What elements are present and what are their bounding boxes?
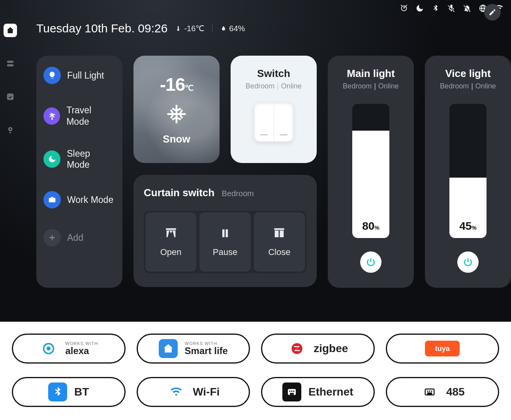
curtain-pause-button[interactable]: Pause	[199, 212, 250, 272]
nav-home[interactable]	[4, 24, 17, 37]
switch-subtitle: Bedroom|Online	[246, 82, 302, 90]
badge-smartlife: Works withSmart life	[137, 334, 250, 364]
zigbee-icon	[287, 339, 306, 358]
curtain-title: Curtain switch	[144, 187, 214, 199]
main-light-card: Main light Bedroom|Online 80%	[328, 56, 414, 288]
header-humidity: 64%	[220, 24, 245, 33]
weather-condition: Snow	[163, 133, 190, 145]
droplet-icon	[220, 24, 227, 32]
brightness-slider[interactable]: 80%	[352, 104, 389, 238]
badge-zigbee: zigbee	[261, 334, 375, 364]
scene-full-light[interactable]: Full Light	[43, 67, 115, 84]
switch-title: Switch	[257, 68, 290, 80]
power-button[interactable]	[457, 251, 479, 273]
header-temperature: -16℃	[175, 24, 204, 33]
switch-left-paddle[interactable]	[254, 102, 274, 142]
scene-label: Full Light	[67, 70, 104, 81]
curtain-open-button[interactable]: Open	[145, 212, 196, 272]
svg-rect-14	[427, 392, 432, 395]
curtain-close-button[interactable]: Close	[254, 212, 305, 272]
smartlife-icon	[159, 339, 178, 358]
bulb-icon	[43, 67, 61, 84]
svg-rect-0	[7, 61, 14, 63]
plus-icon	[43, 229, 61, 246]
svg-rect-2	[7, 94, 14, 100]
nav-rail	[0, 0, 21, 322]
scenes-card: Full Light Travel Mode Sleep Mode Work M…	[36, 56, 122, 288]
switch-right-paddle[interactable]	[274, 102, 294, 142]
scene-add[interactable]: Add	[43, 229, 115, 246]
svg-rect-6	[222, 229, 225, 237]
rs485-icon	[420, 382, 439, 401]
svg-rect-1	[7, 64, 14, 67]
scene-travel-mode[interactable]: Travel Mode	[43, 105, 115, 128]
light-title: Main light	[347, 68, 395, 80]
wifi-icon	[167, 382, 186, 401]
scene-label: Sleep Mode	[67, 148, 115, 171]
moon-icon	[43, 150, 60, 168]
nav-camera[interactable]	[4, 123, 17, 137]
badge-485: 485	[386, 377, 500, 407]
datetime: Tuesday 10th Feb. 09:26	[36, 22, 167, 35]
ethernet-icon	[282, 382, 301, 401]
badge-tuya: tuya	[386, 334, 500, 364]
svg-rect-12	[290, 393, 294, 395]
curtain-open-icon	[164, 227, 178, 240]
badge-ethernet: Ethernet	[261, 377, 375, 407]
curtain-card: Curtain switch Bedroom Open Pause	[133, 175, 317, 287]
edit-button[interactable]	[484, 4, 501, 21]
switch-device[interactable]	[254, 102, 293, 142]
light-subtitle: Bedroom|Online	[343, 82, 399, 90]
snowflake-icon	[165, 103, 188, 125]
light-title: Vice light	[445, 68, 490, 80]
weather-temp: -16℃	[160, 74, 193, 95]
smart-home-panel: Tuesday 10th Feb. 09:26 -16℃ 64% Full Li…	[0, 0, 511, 322]
svg-rect-5	[9, 132, 11, 133]
thermometer-icon	[175, 24, 182, 32]
scene-label: Add	[67, 232, 83, 244]
weather-card[interactable]: -16℃ Snow	[133, 56, 220, 163]
badge-wifi: Wi-Fi	[137, 377, 250, 407]
power-button[interactable]	[360, 251, 381, 273]
badge-alexa: Works withalexa	[12, 334, 126, 364]
badge-bluetooth: BT	[12, 377, 126, 407]
curtain-close-icon	[272, 227, 286, 240]
scene-sleep-mode[interactable]: Sleep Mode	[43, 148, 115, 171]
svg-rect-7	[225, 229, 228, 237]
vice-light-card: Vice light Bedroom|Online 45%	[425, 56, 511, 288]
svg-point-4	[9, 128, 11, 130]
alexa-icon	[39, 339, 58, 358]
scene-work-mode[interactable]: Work Mode	[43, 191, 115, 208]
scene-label: Travel Mode	[66, 105, 115, 128]
light-subtitle: Bedroom|Online	[440, 82, 496, 90]
tuya-icon: tuya	[425, 341, 460, 356]
compatibility-badges: Works withalexa Works withSmart life zig…	[0, 322, 511, 420]
briefcase-icon	[43, 191, 61, 208]
header: Tuesday 10th Feb. 09:26 -16℃ 64%	[36, 22, 511, 35]
pause-icon	[218, 227, 232, 240]
scene-label: Work Mode	[67, 194, 113, 206]
curtain-room: Bedroom	[222, 189, 254, 198]
bluetooth-icon	[48, 382, 67, 401]
nav-tasks[interactable]	[4, 90, 17, 103]
nav-rooms[interactable]	[4, 57, 17, 70]
brightness-slider[interactable]: 45%	[449, 104, 487, 238]
switch-card[interactable]: Switch Bedroom|Online	[231, 56, 317, 163]
svg-point-9	[47, 347, 51, 351]
palm-icon	[43, 107, 60, 125]
